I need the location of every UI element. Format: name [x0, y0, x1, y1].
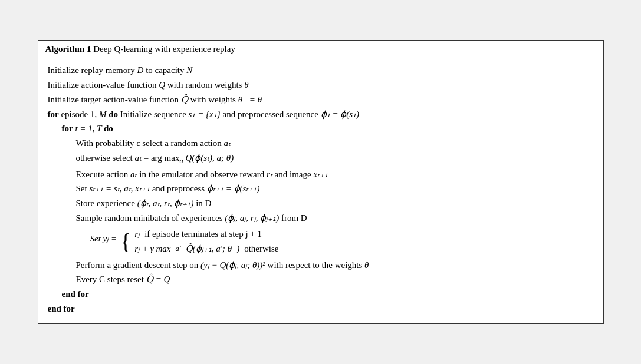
- store-line: Store experience (ϕₜ, aₜ, rₜ, ϕₜ₊₁) in D: [48, 196, 594, 211]
- with-probability-line: With probability ε select a random actio…: [48, 136, 594, 151]
- for-t-line: for t = 1, T do: [48, 121, 594, 136]
- brace-line-1: rⱼ if episode terminates at step j + 1: [134, 227, 278, 242]
- init-line-2: Initialize action-value function Q with …: [48, 78, 594, 92]
- for-episode-line: for episode 1, M do Initialize sequence …: [48, 107, 594, 122]
- algorithm-title-bold: Algorithm 1: [45, 44, 91, 54]
- algorithm-box: Algorithm 1 Deep Q-learning with experie…: [38, 40, 604, 323]
- left-brace: {: [120, 230, 131, 253]
- brace-lines: rⱼ if episode terminates at step j + 1 r…: [134, 227, 278, 257]
- brace-container: { rⱼ if episode terminates at step j + 1…: [120, 227, 278, 257]
- brace-line-2: rⱼ + γ maxa′ Q̂(ϕⱼ₊₁, a′; θ⁻) otherwise: [134, 241, 278, 257]
- init-line-1: Initialize replay memory D to capacity N: [48, 63, 594, 78]
- algorithm-header: Algorithm 1 Deep Q-learning with experie…: [38, 41, 603, 58]
- set-yj-label: Set yⱼ =: [90, 227, 117, 246]
- every-c-line: Every C steps reset Q̂ = Q: [48, 272, 594, 287]
- set-s-line: Set sₜ₊₁ = sₜ, aₜ, xₜ₊₁ and preprocess ϕ…: [48, 181, 594, 196]
- sample-line: Sample random minibatch of experiences (…: [48, 211, 594, 226]
- init-line-3: Initialize target action-value function …: [48, 92, 594, 107]
- otherwise-select-line: otherwise select aₜ = arg maxa Q(ϕ(sₜ), …: [48, 151, 594, 167]
- end-for-inner: end for: [48, 287, 594, 302]
- algorithm-body: Initialize replay memory D to capacity N…: [38, 58, 603, 323]
- algorithm-title-rest: Deep Q-learning with experience replay: [91, 44, 235, 54]
- execute-line: Execute action aₜ in the emulator and ob…: [48, 167, 594, 182]
- gradient-line: Perform a gradient descent step on (yⱼ −…: [48, 258, 594, 273]
- end-for-outer: end for: [48, 302, 594, 316]
- set-yj-block: Set yⱼ = { rⱼ if episode terminates at s…: [48, 227, 594, 257]
